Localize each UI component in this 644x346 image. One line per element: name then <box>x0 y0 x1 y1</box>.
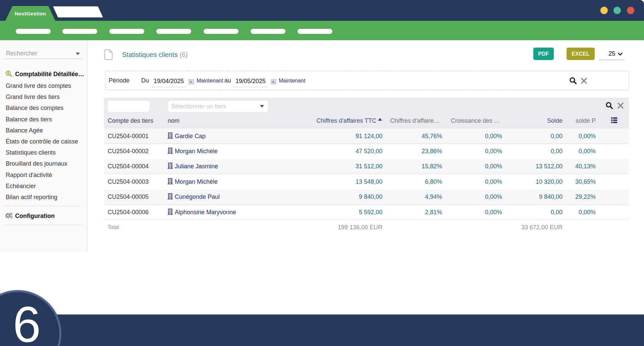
svg-text:$: $ <box>7 71 9 75</box>
